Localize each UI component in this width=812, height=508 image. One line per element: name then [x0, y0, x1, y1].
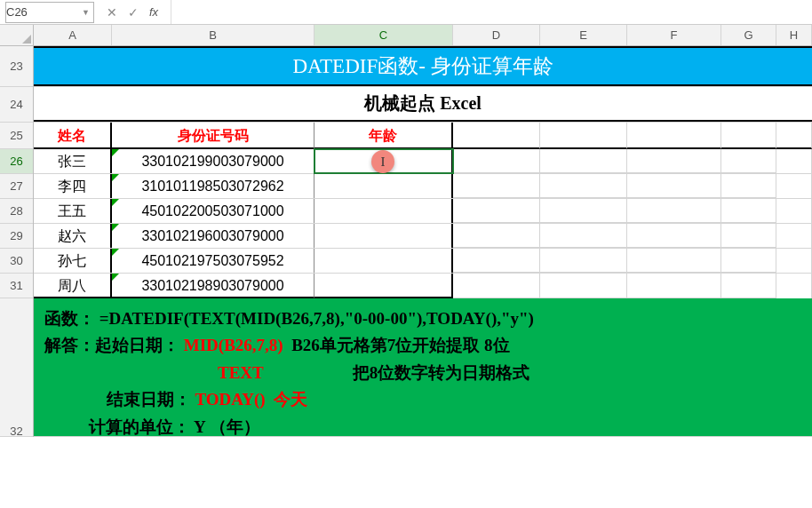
foot-text-fn: TEXT	[218, 363, 264, 382]
row-head-30[interactable]: 30	[0, 249, 33, 274]
cell[interactable]	[453, 199, 540, 223]
row-head-26[interactable]: 26	[0, 149, 33, 174]
cell[interactable]	[721, 149, 776, 173]
cell-id[interactable]: 450102200503071000	[112, 199, 314, 223]
title-row: DATEDIF函数- 身份证算年龄	[34, 46, 812, 87]
cell-age[interactable]	[314, 199, 453, 223]
subtitle-row: 机械起点 Excel	[34, 87, 812, 123]
header-name[interactable]: 姓名	[34, 123, 112, 149]
cell-id[interactable]: 310101198503072962	[112, 174, 314, 198]
cell-age[interactable]	[314, 274, 453, 298]
select-all-corner[interactable]	[0, 25, 34, 46]
col-head-C[interactable]: C	[314, 25, 453, 45]
cell[interactable]	[627, 123, 721, 149]
cell-age[interactable]	[314, 249, 453, 273]
chevron-down-icon[interactable]: ▼	[82, 3, 90, 22]
header-id[interactable]: 身份证号码	[112, 123, 314, 149]
cell-age[interactable]	[314, 174, 453, 198]
error-indicator-icon	[112, 224, 119, 231]
cell-age-active[interactable]: I	[314, 149, 453, 173]
cell[interactable]	[721, 174, 776, 198]
cell[interactable]	[776, 224, 812, 248]
row-head-24[interactable]: 24	[0, 87, 33, 123]
cell[interactable]	[540, 199, 627, 223]
table-row: 王五 450102200503071000	[34, 199, 812, 224]
cell-name[interactable]: 王五	[34, 199, 112, 223]
cell-name[interactable]: 周八	[34, 274, 112, 298]
cell[interactable]	[721, 274, 776, 298]
cell[interactable]	[540, 274, 627, 298]
cell[interactable]	[721, 123, 776, 149]
page-subtitle[interactable]: 机械起点 Excel	[34, 87, 812, 122]
cell[interactable]	[453, 149, 540, 173]
cell-id[interactable]: 330102198903079000	[112, 274, 314, 298]
cell-id-value: 330102196003079000	[141, 228, 283, 243]
cell[interactable]	[776, 149, 812, 173]
cell-id[interactable]: 330102196003079000	[112, 224, 314, 248]
cell[interactable]	[776, 199, 812, 223]
error-indicator-icon	[112, 274, 119, 281]
cell-name[interactable]: 张三	[34, 149, 112, 173]
cell[interactable]	[540, 174, 627, 198]
cell[interactable]	[776, 123, 812, 149]
cell[interactable]	[453, 123, 540, 149]
cell[interactable]	[721, 199, 776, 223]
cell-id-value: 330102199003079000	[141, 154, 283, 169]
row-head-27[interactable]: 27	[0, 174, 33, 199]
row-head-29[interactable]: 29	[0, 224, 33, 249]
col-head-G[interactable]: G	[721, 25, 776, 45]
cells-area: DATEDIF函数- 身份证算年龄 机械起点 Excel 姓名 身份证号码 年龄…	[34, 46, 812, 437]
cell[interactable]	[776, 174, 812, 198]
cell[interactable]	[776, 249, 812, 273]
table-row: 周八 330102198903079000	[34, 274, 812, 298]
cell[interactable]	[540, 224, 627, 248]
cell-id[interactable]: 450102197503075952	[112, 249, 314, 273]
cell-name[interactable]: 赵六	[34, 224, 112, 248]
col-head-A[interactable]: A	[34, 25, 112, 45]
cell[interactable]	[627, 274, 721, 298]
cell[interactable]	[627, 199, 721, 223]
header-age[interactable]: 年龄	[314, 123, 453, 149]
name-box[interactable]: C26 ▼	[5, 2, 94, 23]
cell[interactable]	[540, 249, 627, 273]
cell[interactable]	[453, 274, 540, 298]
col-head-H[interactable]: H	[776, 25, 812, 45]
cell[interactable]	[627, 174, 721, 198]
error-indicator-icon	[112, 199, 119, 206]
explanation-block[interactable]: 函数： =DATEDIF(TEXT(MID(B26,7,8),"0-00-00"…	[34, 298, 812, 436]
foot-today-desc: 今天	[274, 390, 307, 409]
cell[interactable]	[540, 123, 627, 149]
col-head-B[interactable]: B	[112, 25, 314, 45]
cell[interactable]	[627, 149, 721, 173]
cell-id[interactable]: 330102199003079000	[112, 149, 314, 173]
confirm-icon[interactable]: ✓	[128, 5, 139, 20]
cell[interactable]	[540, 149, 627, 173]
cell[interactable]	[453, 224, 540, 248]
cell-age[interactable]	[314, 224, 453, 248]
text-cursor-icon: I	[371, 150, 394, 173]
row-head-31[interactable]: 31	[0, 274, 33, 298]
row-head-25[interactable]: 25	[0, 123, 33, 149]
table-row: 赵六 330102196003079000	[34, 224, 812, 249]
cell[interactable]	[627, 249, 721, 273]
cell-name[interactable]: 孙七	[34, 249, 112, 273]
name-box-value: C26	[6, 3, 28, 22]
col-head-D[interactable]: D	[453, 25, 540, 45]
row-head-32[interactable]: 32	[0, 298, 33, 437]
cancel-icon[interactable]: ✕	[107, 5, 117, 20]
cell[interactable]	[776, 274, 812, 298]
row-head-23[interactable]: 23	[0, 46, 33, 87]
col-head-E[interactable]: E	[540, 25, 627, 45]
row-head-28[interactable]: 28	[0, 199, 33, 224]
cell[interactable]	[453, 174, 540, 198]
cell[interactable]	[627, 224, 721, 248]
col-head-F[interactable]: F	[627, 25, 721, 45]
cell-name[interactable]: 李四	[34, 174, 112, 198]
page-title[interactable]: DATEDIF函数- 身份证算年龄	[34, 46, 812, 86]
formula-input[interactable]	[171, 0, 812, 24]
cell[interactable]	[721, 249, 776, 273]
foot-fn-formula: =DATEDIF(TEXT(MID(B26,7,8),"0-00-00"),TO…	[100, 309, 534, 328]
fx-icon[interactable]: fx	[149, 5, 158, 20]
cell[interactable]	[453, 249, 540, 273]
cell[interactable]	[721, 224, 776, 248]
